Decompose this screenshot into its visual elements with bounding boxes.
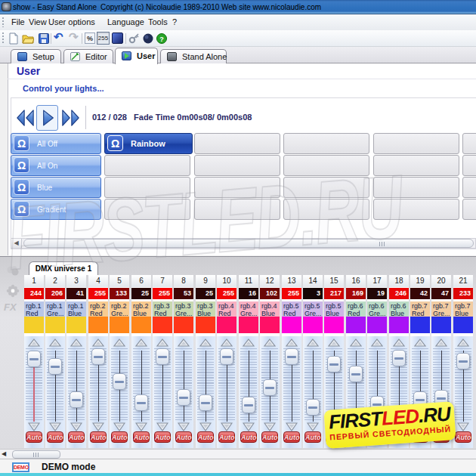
- svg-text:?: ?: [159, 36, 164, 43]
